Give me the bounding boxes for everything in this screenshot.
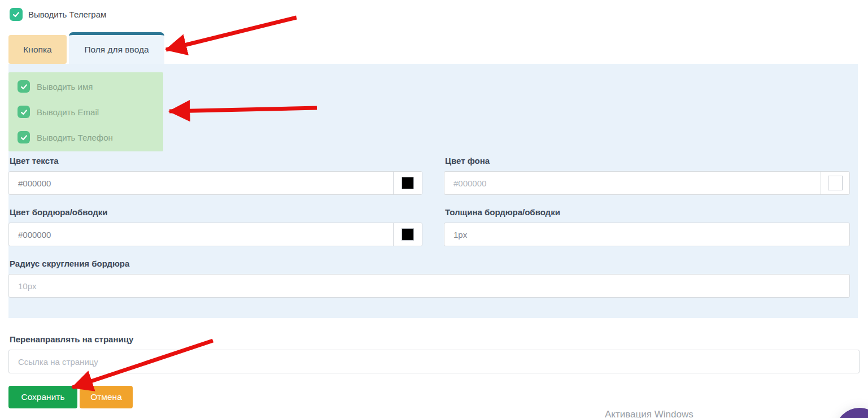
checkmark-icon — [20, 108, 28, 116]
arrow-to-tab — [166, 18, 296, 50]
telegram-widget-settings-page: Выводить Телеграм Кнопка Поля для ввода … — [0, 0, 868, 418]
border-color-swatch-button[interactable] — [393, 223, 422, 246]
style-fields-grid: Цвет текста Цвет фона Цвет — [8, 155, 850, 298]
redirect-label: Перенаправлять на страницу — [8, 334, 860, 345]
checkbox-checked-icon[interactable] — [18, 131, 30, 143]
background-color-swatch-button[interactable] — [821, 172, 849, 194]
color-swatch-black-icon — [402, 177, 414, 189]
checkbox-checked-icon[interactable] — [18, 80, 30, 93]
form-actions: Сохранить Отмена — [8, 386, 133, 408]
border-color-input-group — [8, 223, 422, 246]
toggle-show-phone[interactable]: Выводить Телефон — [18, 131, 163, 143]
toggle-show-name-label: Выводить имя — [37, 82, 93, 92]
field-toggles-group: Выводить имя Выводить Email Выводить Тел… — [8, 72, 163, 151]
checkmark-icon — [20, 133, 28, 142]
show-telegram-toggle[interactable]: Выводить Телеграм — [10, 8, 106, 21]
checkmark-icon — [12, 10, 20, 19]
border-radius-input-group — [8, 274, 850, 298]
text-color-label: Цвет текста — [8, 155, 422, 167]
toggle-show-phone-label: Выводить Телефон — [37, 133, 113, 142]
border-width-input[interactable] — [444, 223, 849, 246]
windows-activation-watermark: Активация Windows — [605, 409, 693, 418]
checkmark-icon — [20, 82, 28, 91]
text-color-input-group — [8, 171, 422, 195]
border-width-label: Толщина бордюра/обводки — [444, 207, 850, 218]
background-color-label: Цвет фона — [444, 155, 850, 167]
tab-button-label: Кнопка — [23, 45, 51, 55]
show-telegram-label: Выводить Телеграм — [28, 10, 106, 19]
border-radius-label: Радиус скругления бордюра — [8, 258, 850, 269]
border-width-input-group — [444, 223, 850, 246]
checkbox-checked-icon[interactable] — [10, 8, 23, 21]
redirect-input-group — [8, 350, 860, 373]
checkbox-checked-icon[interactable] — [18, 106, 30, 118]
toggle-show-name[interactable]: Выводить имя — [18, 80, 163, 93]
tab-bar: Кнопка Поля для ввода — [8, 32, 164, 64]
border-color-label: Цвет бордюра/обводки — [8, 207, 422, 218]
toggle-show-email-label: Выводить Email — [37, 107, 99, 117]
color-swatch-empty-icon — [828, 176, 843, 190]
tab-input-fields[interactable]: Поля для ввода — [69, 32, 164, 64]
toggle-show-email[interactable]: Выводить Email — [18, 106, 163, 118]
input-fields-tab-panel: Выводить имя Выводить Email Выводить Тел… — [8, 64, 858, 318]
redirect-field: Перенаправлять на страницу — [8, 334, 860, 373]
text-color-field: Цвет текста — [8, 155, 422, 195]
chat-widget-button[interactable] — [835, 408, 868, 418]
save-button[interactable]: Сохранить — [8, 386, 77, 408]
border-color-field: Цвет бордюра/обводки — [8, 207, 422, 246]
cancel-button[interactable]: Отмена — [80, 386, 133, 408]
tab-button[interactable]: Кнопка — [8, 35, 67, 64]
tab-input-fields-label: Поля для ввода — [84, 45, 149, 55]
border-radius-field: Радиус скругления бордюра — [8, 258, 850, 298]
background-color-input[interactable] — [444, 172, 821, 194]
color-swatch-black-icon — [402, 228, 414, 241]
text-color-swatch-button[interactable] — [393, 172, 422, 194]
text-color-input[interactable] — [9, 172, 393, 194]
border-width-field: Толщина бордюра/обводки — [444, 207, 850, 246]
border-color-input[interactable] — [9, 223, 393, 246]
background-color-input-group — [444, 171, 850, 195]
background-color-field: Цвет фона — [444, 155, 850, 195]
border-radius-input[interactable] — [9, 275, 849, 297]
redirect-url-input[interactable] — [9, 350, 859, 373]
